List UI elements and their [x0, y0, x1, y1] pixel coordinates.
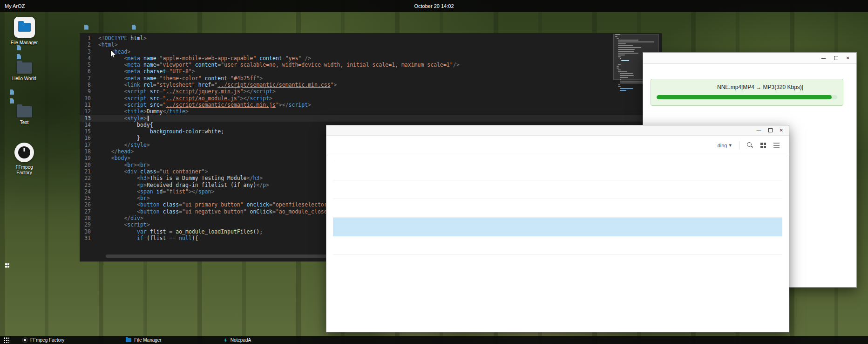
grid-view-icon[interactable]: [760, 143, 766, 148]
aroz-brand[interactable]: My ArOZ: [5, 3, 25, 9]
caret-down-icon: ▾: [729, 142, 732, 148]
folder-icon: [17, 106, 32, 117]
code-line-4[interactable]: 4 <meta name="apple-mobile-web-app-capab…: [80, 55, 662, 62]
list-item[interactable]: [333, 180, 782, 199]
taskbar-item-file-manager[interactable]: File Manager: [123, 336, 164, 344]
files-titlebar[interactable]: — ✕: [326, 125, 789, 136]
close-button[interactable]: ✕: [846, 56, 850, 61]
code-line-12[interactable]: 12 <title>Dummy</title>: [80, 108, 662, 115]
desktop-icon-file-manager[interactable]: File Manager: [7, 17, 42, 46]
file-manager-icon: [126, 338, 131, 342]
code-line-2[interactable]: 2<html>: [80, 41, 662, 48]
mouse-cursor: [110, 50, 117, 59]
conversion-job-label: NNE.mp4|MP4 → MP3(320 Kbps)|: [657, 84, 837, 90]
list-item[interactable]: [333, 199, 782, 218]
code-line-8[interactable]: 8 <link rel="stylesheet" href="../script…: [80, 82, 662, 88]
code-line-11[interactable]: 11 <script src="../script/semantic/seman…: [80, 102, 662, 108]
maximize-button[interactable]: [768, 128, 773, 132]
list-item[interactable]: [333, 236, 782, 255]
desktop-icon-label: File Manager: [11, 40, 38, 46]
taskbar: FFmpeg Factory File Manager NotepadA: [0, 336, 868, 344]
search-icon[interactable]: [747, 142, 753, 148]
maximize-button[interactable]: [834, 56, 838, 60]
top-bar: My ArOZ October 20 14:02: [0, 0, 868, 12]
conversion-job: NNE.mp4|MP4 → MP3(320 Kbps)|: [651, 79, 843, 106]
conversion-progress-fill: [657, 95, 832, 99]
code-line-7[interactable]: 7 <meta name="theme-color" content="#4b7…: [80, 75, 662, 82]
list-item-selected[interactable]: [333, 218, 782, 236]
taskbar-item-label: FFmpeg Factory: [30, 337, 64, 343]
status-grid-icon: [5, 263, 9, 268]
notepada-icon: [223, 338, 228, 343]
desktop-icon-test[interactable]: Test: [7, 106, 42, 125]
code-line-1[interactable]: 1<!DOCTYPE html>: [80, 35, 662, 41]
clock: October 20 14:02: [414, 3, 454, 9]
code-line-10[interactable]: 10 <script src="../script/ao_module.js">…: [80, 95, 662, 102]
code-line-3[interactable]: 3 <head>: [80, 48, 662, 55]
code-line-9[interactable]: 9 <script src="../script/jquery.min.js">…: [80, 88, 662, 95]
app-menu-icon[interactable]: [3, 337, 9, 343]
minimize-button[interactable]: —: [757, 128, 761, 133]
files-list: [326, 155, 789, 261]
list-view-icon[interactable]: [773, 143, 780, 148]
taskbar-item-notepada[interactable]: NotepadA: [220, 336, 254, 344]
desktop-icon-ffmpeg-factory[interactable]: FFmpeg Factory: [7, 143, 42, 175]
taskbar-item-label: NotepadA: [231, 337, 251, 343]
desktop: My ArOZ October 20 14:02 File Manager He…: [0, 0, 868, 344]
list-item[interactable]: [333, 162, 782, 180]
ffmpeg-factory-icon: [14, 143, 34, 162]
folder-icon: [17, 62, 32, 74]
close-button[interactable]: ✕: [780, 128, 783, 133]
files-window: — ✕ ding ▾: [326, 125, 789, 332]
converter-titlebar[interactable]: — ✕: [643, 53, 856, 64]
ffmpeg-factory-icon: [22, 337, 27, 343]
code-line-13[interactable]: 13 <style>: [80, 115, 662, 122]
taskbar-item-label: File Manager: [134, 337, 161, 343]
desktop-icon-label: Test: [20, 120, 28, 125]
code-line-5[interactable]: 5 <meta name="viewport" content="user-sc…: [80, 62, 662, 68]
minimize-button[interactable]: —: [821, 56, 826, 61]
conversion-progress-bar: [657, 95, 837, 99]
toolbar-divider: [739, 141, 739, 150]
desktop-icon-hello-world[interactable]: Hello World: [7, 62, 42, 82]
desktop-icon-label: FFmpeg Factory: [10, 165, 39, 175]
sort-dropdown[interactable]: ding ▾: [718, 142, 732, 148]
files-toolbar: ding ▾: [326, 136, 789, 155]
taskbar-item-ffmpeg-factory[interactable]: FFmpeg Factory: [20, 336, 67, 344]
desktop-icon-label: Hello World: [12, 76, 36, 82]
file-manager-icon: [14, 17, 35, 38]
sort-label: ding: [718, 143, 727, 148]
code-line-6[interactable]: 6 <meta charset="UTF-8">: [80, 68, 662, 75]
